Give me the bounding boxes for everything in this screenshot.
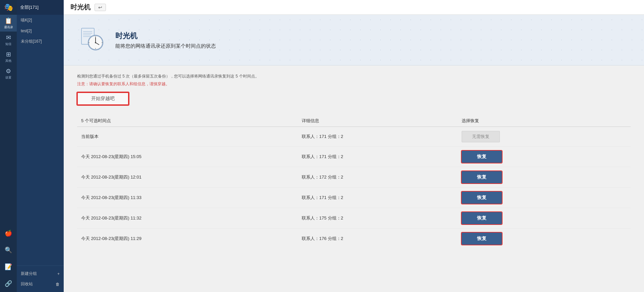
restore-button[interactable]: 恢复 (462, 233, 502, 245)
nav-sms[interactable]: ✉ 短信 (0, 32, 17, 48)
row-detail: 联系人：172 分组：2 (298, 167, 457, 188)
sidebar-all-header[interactable]: 全部[171] (17, 0, 64, 15)
table-row: 今天 2012-08-23(星期四) 11:33联系人：171 分组：2恢复 (77, 188, 631, 208)
recycle-bin-item[interactable]: 回收站 🗑 (17, 279, 64, 289)
back-button[interactable]: ↩ (95, 4, 106, 11)
row-action: 恢复 (458, 147, 631, 167)
content-area: 检测到您通过手机备份过 5 次（最多保留五次备份），您可以选择将网络通讯录恢复到… (64, 65, 644, 292)
row-time: 今天 2012-08-23(星期四) 11:33 (77, 188, 298, 208)
row-time: 今天 2012-08-23(星期四) 15:05 (77, 147, 298, 167)
sms-icon: ✉ (6, 34, 11, 41)
main-content: 时光机 ↩ (64, 0, 644, 292)
row-time: 今天 2012-08-23(星期四) 12:01 (77, 167, 298, 188)
nav-other-label: 其他 (5, 59, 11, 63)
row-detail: 联系人：175 分组：2 (298, 208, 457, 229)
restore-button[interactable]: 恢复 (462, 212, 502, 224)
col-detail: 详细信息 (298, 115, 457, 127)
recycle-bin-label: 回收站 (21, 281, 33, 287)
settings-icon: ⚙ (6, 67, 11, 75)
new-group-item[interactable]: 新建分组 + (17, 269, 64, 279)
hero-section: 时光机 能将您的网络通讯录还原到某个时间点的状态 (64, 15, 644, 65)
table-row: 今天 2012-08-23(星期四) 11:29联系人：176 分组：2恢复 (77, 229, 631, 249)
notes-icon-btn[interactable]: 📝 (0, 258, 17, 275)
apple-icon-btn[interactable]: 🍎 (0, 225, 17, 242)
row-time: 今天 2012-08-23(星期四) 11:32 (77, 208, 298, 229)
hero-subtitle: 能将您的网络通讯录还原到某个时间点的状态 (115, 43, 216, 49)
start-button[interactable]: 开始穿越吧 (77, 92, 129, 105)
col-time: 5 个可选时间点 (77, 115, 298, 127)
restore-button[interactable]: 恢复 (462, 192, 502, 204)
new-group-label: 新建分组 (21, 271, 37, 277)
sidebar-group-unsorted-label: 未分组[167] (21, 39, 42, 44)
row-action: 恢复 (458, 167, 631, 188)
left-icon-bar: 🎭 📋 通讯录 ✉ 短信 ⊞ 其他 ⚙ 设置 🍎 🔍 📝 🔗 (0, 0, 17, 292)
contacts-icon: 📋 (5, 17, 12, 25)
sidebar-all-label: 全部[171] (20, 4, 39, 10)
sidebar-group-unsorted[interactable]: 未分组[167] (17, 36, 64, 47)
restore-table: 5 个可选时间点 详细信息 选择恢复 当前版本联系人：171 分组：2无需恢复今… (77, 115, 631, 249)
sidebar-group-miao-label: 喵K[2] (21, 17, 32, 23)
info-text: 检测到您通过手机备份过 5 次（最多保留五次备份），您可以选择将网络通讯录恢复到… (77, 74, 631, 79)
nav-contacts-label: 通讯录 (4, 25, 13, 30)
sidebar-group-miao[interactable]: 喵K[2] (17, 15, 64, 26)
notes-icon: 📝 (5, 263, 12, 271)
hero-title: 时光机 (115, 31, 216, 41)
table-row: 今天 2012-08-23(星期四) 11:32联系人：175 分组：2恢复 (77, 208, 631, 229)
row-time: 今天 2012-08-23(星期四) 11:29 (77, 229, 298, 249)
row-detail: 联系人：171 分组：2 (298, 147, 457, 167)
avatar[interactable]: 🎭 (0, 0, 17, 15)
sidebar-bottom: 新建分组 + 回收站 🗑 (17, 265, 64, 292)
sidebar-group-test[interactable]: test[2] (17, 26, 64, 36)
share-icon: 🔗 (5, 280, 12, 287)
table-row: 当前版本联系人：171 分组：2无需恢复 (77, 127, 631, 147)
nav-sms-label: 短信 (5, 42, 11, 46)
new-group-icon: + (57, 272, 60, 276)
hero-text: 时光机 能将您的网络通讯录还原到某个时间点的状态 (115, 31, 216, 49)
note-text: 注意：请确认要恢复的联系人和组信息，谨慎穿越。 (77, 81, 631, 87)
no-restore-button: 无需恢复 (462, 131, 500, 142)
recycle-bin-icon: 🗑 (56, 282, 60, 287)
share-icon-btn[interactable]: 🔗 (0, 275, 17, 292)
restore-button[interactable]: 恢复 (462, 171, 502, 183)
left-bottom-icons: 🍎 🔍 📝 🔗 (0, 225, 17, 292)
row-detail: 联系人：171 分组：2 (298, 188, 457, 208)
hero-clock-icon (77, 25, 107, 55)
row-action: 恢复 (458, 229, 631, 249)
nav-settings[interactable]: ⚙ 设置 (0, 65, 17, 82)
search-icon: 🔍 (5, 246, 12, 254)
table-row: 今天 2012-08-23(星期四) 15:05联系人：171 分组：2恢复 (77, 147, 631, 167)
nav-other[interactable]: ⊞ 其他 (0, 48, 17, 65)
row-action: 无需恢复 (458, 127, 631, 147)
apple-icon: 🍎 (5, 230, 12, 237)
main-header: 时光机 ↩ (64, 0, 644, 15)
other-icon: ⊞ (6, 51, 11, 58)
row-detail: 联系人：171 分组：2 (298, 127, 457, 147)
sidebar-mid: 全部[171] 喵K[2] test[2] 未分组[167] 新建分组 + 回收… (17, 0, 64, 292)
table-row: 今天 2012-08-23(星期四) 12:01联系人：172 分组：2恢复 (77, 167, 631, 188)
row-action: 恢复 (458, 188, 631, 208)
row-detail: 联系人：176 分组：2 (298, 229, 457, 249)
row-action: 恢复 (458, 208, 631, 229)
search-icon-btn[interactable]: 🔍 (0, 242, 17, 258)
page-title: 时光机 (70, 3, 91, 12)
col-action: 选择恢复 (458, 115, 631, 127)
nav-contacts[interactable]: 📋 通讯录 (0, 15, 17, 32)
row-time: 当前版本 (77, 127, 298, 147)
nav-settings-label: 设置 (5, 76, 11, 80)
svg-point-9 (95, 42, 96, 43)
restore-button[interactable]: 恢复 (462, 151, 502, 163)
sidebar-group-test-label: test[2] (21, 29, 32, 33)
